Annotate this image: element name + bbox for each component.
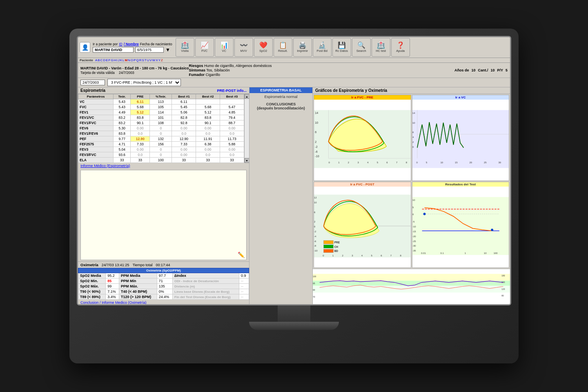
spiro-row: VC5.436.111136.11 (78, 99, 244, 105)
conclusion-link[interactable]: Conclusion / Informe Medico (Oximetría) (78, 300, 249, 305)
alpha-i[interactable]: I (116, 58, 117, 62)
notes-area[interactable]: ✏️ (80, 170, 247, 260)
spo2-max-label: SpO2 Máx. (78, 284, 106, 289)
alpha-r[interactable]: R (139, 58, 142, 62)
svg-text:2: 2 (412, 141, 414, 143)
spiro-scrollbar[interactable]: ▲ ▼ (244, 94, 249, 163)
alpha-b[interactable]: B (98, 58, 100, 62)
search-button[interactable]: 🔍 Search (352, 38, 371, 57)
svg-rect-51 (324, 249, 334, 252)
alpha-f[interactable]: F (109, 58, 111, 62)
nombre-label[interactable]: / Nombre (124, 42, 139, 46)
visit-date-input[interactable] (80, 80, 105, 85)
alpha-e[interactable]: E (106, 58, 108, 62)
hc-test-button[interactable]: 🏥 HC test (372, 38, 390, 57)
svg-text:-10: -10 (412, 225, 416, 228)
post-bd-button[interactable]: 🔬 Post Bd (313, 38, 332, 57)
result-button[interactable]: 📋 Result. (274, 38, 292, 57)
monitor: 👤 Ir a paciente por ID / Nombre Fecha de… (69, 29, 519, 363)
patient-nav-label: Paciente (80, 58, 93, 62)
visita-button[interactable]: 🏥 Visita (176, 38, 194, 57)
chart2-title[interactable]: Ir a VC (412, 95, 509, 100)
patient-demographics: MARTINI DAVID - Varón - Edad 28 - 180 cm… (80, 66, 189, 75)
ppm-media-val: 97.7 (157, 273, 172, 278)
spirometry-title: Espirometría (80, 88, 105, 93)
dob-dropdown[interactable]: ▼ (165, 47, 170, 53)
alpha-d[interactable]: D (103, 58, 105, 62)
svg-text:100: 100 (313, 275, 316, 278)
alpha-l[interactable]: L (122, 58, 124, 62)
spo2-label: SpO2 (259, 49, 267, 53)
alpha-c[interactable]: C (100, 58, 103, 62)
svg-text:100: 100 (493, 252, 498, 254)
oxi-row-max: SpO2 Máx. 99 PPM Máx. 135 Distancia (m) … (78, 284, 249, 289)
alphabet-nav: Paciente A B C D E F G H I J K L M N O P… (78, 58, 510, 63)
alpha-p[interactable]: P (134, 58, 136, 62)
imprimir-button[interactable]: 🖨️ Imprimir (293, 38, 312, 57)
basal-header: ESPIROMETRIA BASAL (249, 87, 312, 93)
id-label[interactable]: ID (119, 42, 122, 46)
scroll-up[interactable]: ▲ (245, 94, 249, 99)
riesgos-label: Riesgos (189, 64, 203, 68)
alpha-t[interactable]: T (145, 58, 147, 62)
spo2-icon: ❤️ (259, 42, 267, 49)
svg-rect-49 (324, 245, 334, 248)
right-panel: Gráficos de Espirometría y Oximetría Ir … (313, 87, 510, 305)
patient-name-input[interactable] (93, 47, 134, 53)
svg-text:10: 10 (484, 252, 487, 254)
alpha-j[interactable]: J (118, 58, 120, 62)
alpha-o[interactable]: O (131, 58, 133, 62)
col-best3: Best #3 (220, 94, 244, 99)
chart3-svg: 12 10 6 2 0 -2 -4 -6 -8 -10 (314, 187, 411, 265)
anios-label: Años de (454, 68, 469, 72)
spo2-button[interactable]: ❤️ SpO2 (254, 38, 273, 57)
mvv-button[interactable]: 〰️ MVV (234, 38, 253, 57)
spiro-row: FVC5.435.681055.455.685.47 (78, 105, 244, 110)
spiro-row: FEV14.495.121145.065.124.85 (78, 110, 244, 115)
chart-results: Resultados del Test 10 5 0 -5 -10 -15 - (412, 182, 510, 268)
ayuda-button[interactable]: ❓ Ayuda (391, 38, 410, 57)
svg-text:-4: -4 (314, 235, 316, 238)
pre-post-link[interactable]: PRE-POST info... (217, 89, 247, 93)
fvc-button[interactable]: 📈 FVC (195, 38, 214, 57)
alpha-q[interactable]: Q (136, 58, 138, 62)
linea-base-label: Línea base Disnea (Escala de Borg) (173, 289, 239, 294)
svg-text:14: 14 (315, 111, 318, 115)
alpha-w[interactable]: W (152, 58, 156, 62)
svg-text:2: 2 (315, 140, 316, 144)
alpha-s[interactable]: S (142, 58, 144, 62)
svg-text:-2: -2 (314, 230, 316, 233)
alpha-u[interactable]: U (147, 58, 149, 62)
alpha-z[interactable]: Z (161, 58, 163, 62)
spirometry-header: Espirometría PRE-POST info... (78, 87, 249, 94)
alpha-x[interactable]: X (156, 58, 158, 62)
fvc-label: FVC (201, 49, 207, 53)
oximetry-table: Oximetría (SpO2/PPM) SpO2 Media 95.2 PPM… (78, 268, 249, 300)
fvc-icon: 📈 (200, 42, 209, 49)
alpha-g[interactable]: G (111, 58, 113, 62)
dob-input[interactable] (135, 47, 164, 53)
alpha-y[interactable]: Y (158, 58, 160, 62)
alpha-n[interactable]: N (128, 58, 130, 62)
alpha-m[interactable]: M (125, 58, 127, 62)
rc-datos-button[interactable]: 💾 Rc Datos (332, 38, 351, 57)
vc-button[interactable]: 📊 VC (215, 38, 234, 57)
alpha-h[interactable]: H (114, 58, 116, 62)
chart1-title[interactable]: Ir a FVC - PRE (314, 95, 411, 100)
visita-icon: 🏥 (181, 42, 189, 49)
alpha-v[interactable]: V (150, 58, 152, 62)
chart3-title[interactable]: Ir a FVC - POST (314, 182, 411, 187)
informe-medico-link[interactable]: Informe Médico (Espirometría) (78, 163, 249, 169)
alpha-k[interactable]: K (120, 58, 122, 62)
svg-text:14: 14 (412, 112, 415, 114)
chart4-title[interactable]: Resultados del Test (412, 182, 509, 187)
odi-val: -- (239, 278, 249, 284)
tarjeta-date: 24/7/2003 (119, 71, 134, 75)
svg-rect-62 (412, 197, 509, 255)
visit-desc-select[interactable]: 3 FVC-PRE ; Prov.Brong ; 1 VC ; 1 MVV ; … (107, 79, 181, 86)
visit-row: 3 FVC-PRE ; Prov.Brong ; 1 VC ; 1 MVV ; … (78, 78, 510, 87)
oxi-row-min: SpO2 Min. 85 PPM Mín 71 ODI - Indice de … (78, 278, 249, 284)
alpha-a[interactable]: A (95, 58, 97, 62)
ppm-max-label: PPM Máx. (119, 284, 157, 289)
scroll-down[interactable]: ▼ (245, 158, 249, 163)
